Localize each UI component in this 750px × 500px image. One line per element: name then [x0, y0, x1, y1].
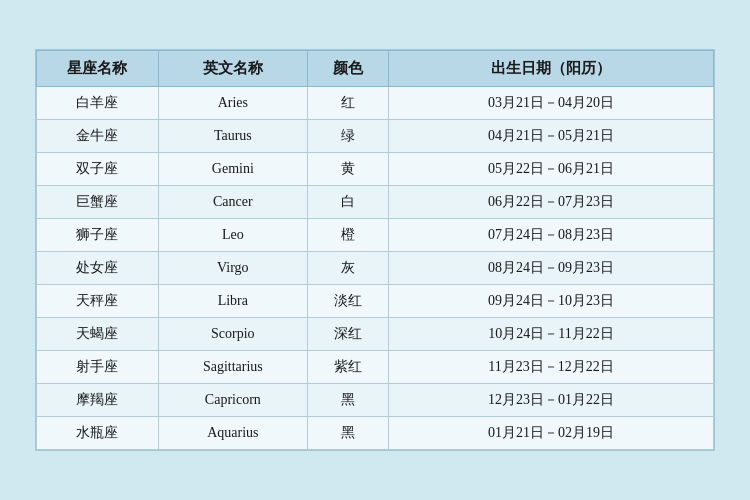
cell-date-range: 09月24日－10月23日: [389, 285, 714, 318]
header-date-range: 出生日期（阳历）: [389, 51, 714, 87]
table-row: 射手座Sagittarius紫红11月23日－12月22日: [37, 351, 714, 384]
table-row: 天蝎座Scorpio深红10月24日－11月22日: [37, 318, 714, 351]
cell-date-range: 10月24日－11月22日: [389, 318, 714, 351]
table-row: 双子座Gemini黄05月22日－06月21日: [37, 153, 714, 186]
cell-en-name: Gemini: [158, 153, 307, 186]
cell-en-name: Libra: [158, 285, 307, 318]
table-row: 处女座Virgo灰08月24日－09月23日: [37, 252, 714, 285]
cell-en-name: Scorpio: [158, 318, 307, 351]
table-row: 白羊座Aries红03月21日－04月20日: [37, 87, 714, 120]
cell-en-name: Capricorn: [158, 384, 307, 417]
cell-en-name: Sagittarius: [158, 351, 307, 384]
cell-color: 黄: [307, 153, 388, 186]
cell-date-range: 03月21日－04月20日: [389, 87, 714, 120]
table-row: 巨蟹座Cancer白06月22日－07月23日: [37, 186, 714, 219]
table-header-row: 星座名称 英文名称 颜色 出生日期（阳历）: [37, 51, 714, 87]
header-color: 颜色: [307, 51, 388, 87]
cell-color: 绿: [307, 120, 388, 153]
cell-date-range: 01月21日－02月19日: [389, 417, 714, 450]
cell-en-name: Cancer: [158, 186, 307, 219]
cell-color: 橙: [307, 219, 388, 252]
cell-en-name: Taurus: [158, 120, 307, 153]
cell-zh-name: 双子座: [37, 153, 159, 186]
cell-color: 黑: [307, 384, 388, 417]
cell-color: 黑: [307, 417, 388, 450]
cell-en-name: Aquarius: [158, 417, 307, 450]
table-row: 摩羯座Capricorn黑12月23日－01月22日: [37, 384, 714, 417]
cell-color: 淡红: [307, 285, 388, 318]
cell-color: 灰: [307, 252, 388, 285]
header-zh-name: 星座名称: [37, 51, 159, 87]
table-row: 金牛座Taurus绿04月21日－05月21日: [37, 120, 714, 153]
cell-date-range: 11月23日－12月22日: [389, 351, 714, 384]
cell-date-range: 12月23日－01月22日: [389, 384, 714, 417]
table-row: 狮子座Leo橙07月24日－08月23日: [37, 219, 714, 252]
cell-zh-name: 天蝎座: [37, 318, 159, 351]
cell-zh-name: 摩羯座: [37, 384, 159, 417]
cell-zh-name: 天秤座: [37, 285, 159, 318]
cell-zh-name: 白羊座: [37, 87, 159, 120]
cell-zh-name: 狮子座: [37, 219, 159, 252]
cell-en-name: Aries: [158, 87, 307, 120]
cell-date-range: 06月22日－07月23日: [389, 186, 714, 219]
zodiac-table: 星座名称 英文名称 颜色 出生日期（阳历） 白羊座Aries红03月21日－04…: [36, 50, 714, 450]
table-row: 天秤座Libra淡红09月24日－10月23日: [37, 285, 714, 318]
cell-color: 红: [307, 87, 388, 120]
zodiac-table-container: 星座名称 英文名称 颜色 出生日期（阳历） 白羊座Aries红03月21日－04…: [35, 49, 715, 451]
cell-en-name: Leo: [158, 219, 307, 252]
cell-color: 白: [307, 186, 388, 219]
cell-zh-name: 处女座: [37, 252, 159, 285]
cell-zh-name: 巨蟹座: [37, 186, 159, 219]
cell-en-name: Virgo: [158, 252, 307, 285]
table-row: 水瓶座Aquarius黑01月21日－02月19日: [37, 417, 714, 450]
cell-zh-name: 水瓶座: [37, 417, 159, 450]
cell-color: 紫红: [307, 351, 388, 384]
header-en-name: 英文名称: [158, 51, 307, 87]
cell-zh-name: 金牛座: [37, 120, 159, 153]
cell-date-range: 08月24日－09月23日: [389, 252, 714, 285]
cell-date-range: 04月21日－05月21日: [389, 120, 714, 153]
cell-color: 深红: [307, 318, 388, 351]
cell-date-range: 07月24日－08月23日: [389, 219, 714, 252]
cell-zh-name: 射手座: [37, 351, 159, 384]
cell-date-range: 05月22日－06月21日: [389, 153, 714, 186]
